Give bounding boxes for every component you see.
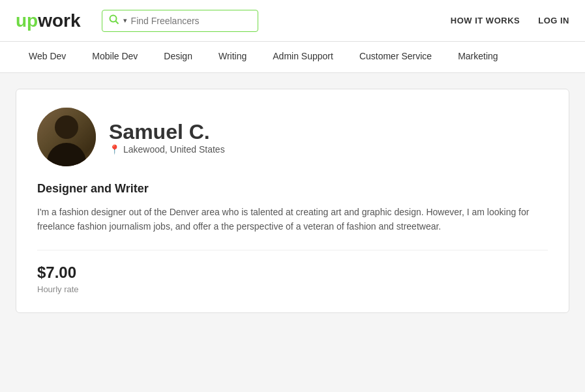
hourly-rate-value: $7.00 xyxy=(37,264,548,282)
site-header: upwork ▾ HOW IT WORKS LOG IN xyxy=(0,0,585,42)
search-bar: ▾ xyxy=(102,10,258,32)
divider xyxy=(37,250,548,250)
log-in-link[interactable]: LOG IN xyxy=(538,16,569,25)
profile-card: Samuel C. 📍 Lakewood, United States Desi… xyxy=(16,89,569,313)
category-admin-support[interactable]: Admin Support xyxy=(260,42,346,73)
category-marketing[interactable]: Marketing xyxy=(445,42,511,73)
hourly-rate-label: Hourly rate xyxy=(37,284,548,294)
profile-header: Samuel C. 📍 Lakewood, United States xyxy=(37,108,548,166)
header-nav: HOW IT WORKS LOG IN xyxy=(451,16,569,25)
logo-up: up xyxy=(16,10,38,31)
profile-location: 📍 Lakewood, United States xyxy=(109,144,225,155)
profile-location-text: Lakewood, United States xyxy=(123,144,225,155)
search-input[interactable] xyxy=(131,16,251,26)
avatar-image xyxy=(37,108,96,166)
search-icon xyxy=(109,14,119,27)
logo[interactable]: upwork xyxy=(16,10,81,31)
svg-point-0 xyxy=(110,15,116,22)
category-design[interactable]: Design xyxy=(151,42,205,73)
avatar xyxy=(37,108,96,166)
category-web-dev[interactable]: Web Dev xyxy=(16,42,79,73)
category-writing[interactable]: Writing xyxy=(205,42,260,73)
profile-identity: Samuel C. 📍 Lakewood, United States xyxy=(109,120,225,155)
profile-bio: I'm a fashion designer out of the Denver… xyxy=(37,205,548,234)
profile-title: Designer and Writer xyxy=(37,182,548,196)
category-mobile-dev[interactable]: Mobile Dev xyxy=(79,42,151,73)
profile-name: Samuel C. xyxy=(109,120,225,144)
how-it-works-link[interactable]: HOW IT WORKS xyxy=(451,16,520,25)
chevron-down-icon: ▾ xyxy=(123,16,127,25)
location-pin-icon: 📍 xyxy=(109,144,120,155)
main-content: Samuel C. 📍 Lakewood, United States Desi… xyxy=(0,73,585,329)
logo-work: work xyxy=(38,10,80,31)
category-customer-service[interactable]: Customer Service xyxy=(346,42,445,73)
svg-line-1 xyxy=(115,21,118,23)
category-nav: Web Dev Mobile Dev Design Writing Admin … xyxy=(0,42,585,73)
